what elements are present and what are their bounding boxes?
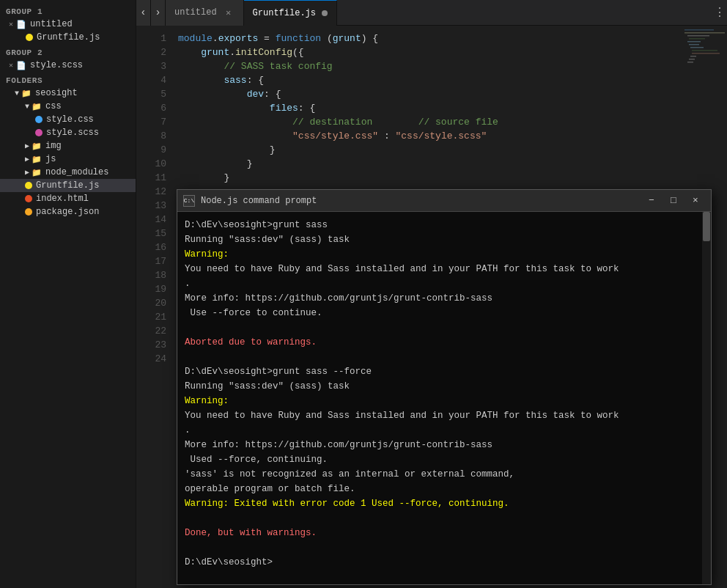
line-num: 19 [142, 282, 166, 296]
line-num: 13 [142, 199, 166, 213]
svg-rect-6 [690, 47, 704, 48]
sidebar-item-img-folder[interactable]: ▶ 📁 img [0, 139, 136, 152]
cmd-line [185, 511, 704, 526]
cmd-line: Warning: Exited with error code 1 Used -… [185, 496, 704, 511]
sidebar-item-label: node_modules [45, 167, 108, 177]
sidebar-item-gruntfile[interactable]: Gruntfile.js [0, 31, 136, 44]
line-num: 10 [142, 157, 166, 171]
sidebar: GROUP 1 ✕ 📄 untitled Gruntfile.js GROUP … [0, 0, 136, 588]
sidebar-item-label: untitled [30, 19, 73, 29]
html-dot-icon [25, 195, 32, 202]
cmd-line: D:\dEv\seosight>grunt sass [185, 218, 704, 232]
sidebar-item-gruntfile-js[interactable]: Gruntfile.js [0, 179, 136, 192]
svg-rect-11 [687, 62, 693, 63]
sidebar-item-seosight-folder[interactable]: ▼ 📁 seosight [0, 87, 136, 100]
svg-rect-5 [689, 44, 699, 45]
line-num: 22 [142, 324, 166, 338]
tab-close-button[interactable]: ✕ [223, 7, 235, 18]
cmd-scroll-thumb[interactable] [703, 212, 710, 241]
tab-gruntfile-js[interactable]: Gruntfile.js [244, 0, 337, 26]
sidebar-item-package-json[interactable]: package.json [0, 205, 136, 218]
cmd-line: 'sass' is not recognized as an internal … [185, 467, 704, 482]
js-dot-icon [25, 182, 32, 189]
svg-rect-3 [689, 38, 705, 40]
sidebar-item-label: js [45, 154, 56, 164]
line-num: 15 [142, 227, 166, 240]
minimize-button[interactable]: − [642, 194, 661, 208]
scss-file-icon: 📄 [16, 61, 26, 70]
cmd-line: Running "sass:dev" (sass) task [185, 232, 704, 247]
sidebar-item-label: Gruntfile.js [37, 32, 100, 43]
line-num: 6 [142, 101, 166, 115]
line-num: 14 [142, 213, 166, 227]
css-dot-icon [35, 116, 43, 123]
line-num: 24 [142, 352, 166, 366]
cmd-line: D:\dEv\seosight>grunt sass --force [185, 364, 704, 379]
tab-nav-right[interactable]: › [151, 0, 166, 26]
cmd-line: More info: https://github.com/gruntjs/gr… [185, 438, 704, 452]
line-num: 4 [142, 73, 166, 87]
cmd-line: You need to have Ruby and Sass installed… [185, 408, 704, 423]
sidebar-item-untitled[interactable]: ✕ 📄 untitled [0, 18, 136, 31]
cmd-line: More info: https://github.com/gruntjs/gr… [185, 291, 704, 306]
group2-header: GROUP 2 [0, 44, 136, 59]
sidebar-item-style-css[interactable]: style.css [0, 113, 136, 126]
cmd-line [185, 540, 704, 555]
js-dot-icon [26, 34, 33, 41]
cmd-line: Used --force, continuing. [185, 452, 704, 467]
restore-button[interactable]: □ [664, 194, 683, 208]
group1-header: GROUP 1 [0, 3, 136, 18]
line-num: 11 [142, 171, 166, 185]
cmd-line: D:\dEv\seosight> [185, 555, 704, 570]
sidebar-item-style-scss[interactable]: ✕ 📄 style.scss [0, 59, 136, 72]
cmd-body[interactable]: D:\dEv\seosight>grunt sass Running "sass… [177, 212, 711, 584]
sidebar-item-style-scss2[interactable]: style.scss [0, 126, 136, 139]
cmd-line: Warning: [185, 247, 704, 262]
close-icon[interactable]: ✕ [9, 61, 13, 70]
svg-rect-9 [690, 56, 696, 57]
file-icon: 📄 [16, 20, 26, 29]
cmd-line: Aborted due to warnings. [185, 335, 704, 350]
svg-rect-0 [684, 29, 714, 31]
svg-rect-2 [687, 35, 709, 37]
sidebar-item-label: css [45, 101, 62, 111]
tab-untitled[interactable]: untitled ✕ [166, 0, 244, 26]
close-button[interactable]: × [686, 194, 705, 208]
cmd-app-icon: C:\ [183, 195, 195, 207]
cmd-window[interactable]: C:\ Node.js command prompt − □ × D:\dEv\… [177, 189, 712, 585]
close-icon[interactable]: ✕ [9, 20, 13, 29]
cmd-line: . [185, 276, 704, 291]
folder-icon: 📁 [32, 102, 42, 111]
line-num: 9 [142, 143, 166, 157]
json-dot-icon [25, 208, 32, 216]
cmd-scrollbar[interactable] [702, 212, 711, 584]
line-num: 5 [142, 87, 166, 101]
cmd-line: operable program or batch file. [185, 482, 704, 496]
cmd-line: . [185, 423, 704, 438]
sidebar-item-label: seosight [35, 88, 78, 98]
svg-rect-8 [692, 53, 720, 54]
sidebar-item-index-html[interactable]: index.html [0, 192, 136, 205]
line-num: 20 [142, 296, 166, 310]
sidebar-item-node-modules-folder[interactable]: ▶ 📁 node_modules [0, 166, 136, 179]
line-num: 16 [142, 240, 166, 254]
cmd-line: Warning: [185, 394, 704, 408]
tab-overflow-button[interactable]: ⋮ [712, 0, 727, 26]
line-num: 21 [142, 310, 166, 324]
line-num: 23 [142, 338, 166, 352]
cmd-line: Use --force to continue. [185, 306, 704, 320]
tab-nav-left[interactable]: ‹ [136, 0, 151, 26]
sidebar-item-css-folder[interactable]: ▼ 📁 css [0, 100, 136, 113]
cmd-line: Done, but with warnings. [185, 526, 704, 540]
tab-bar: ‹ › untitled ✕ Gruntfile.js ⋮ [136, 0, 727, 26]
sidebar-item-label: package.json [36, 207, 99, 217]
tab-modified-indicator [322, 10, 328, 16]
sidebar-item-js-folder[interactable]: ▶ 📁 js [0, 152, 136, 166]
sidebar-item-label: img [45, 141, 62, 151]
svg-rect-10 [689, 59, 695, 60]
cmd-line [185, 320, 704, 335]
chevron-right-icon: ▶ [25, 155, 29, 163]
line-num: 18 [142, 268, 166, 282]
line-numbers: 1 2 3 4 5 6 7 8 9 10 11 12 13 14 15 16 1… [136, 26, 169, 588]
svg-rect-7 [692, 50, 717, 51]
